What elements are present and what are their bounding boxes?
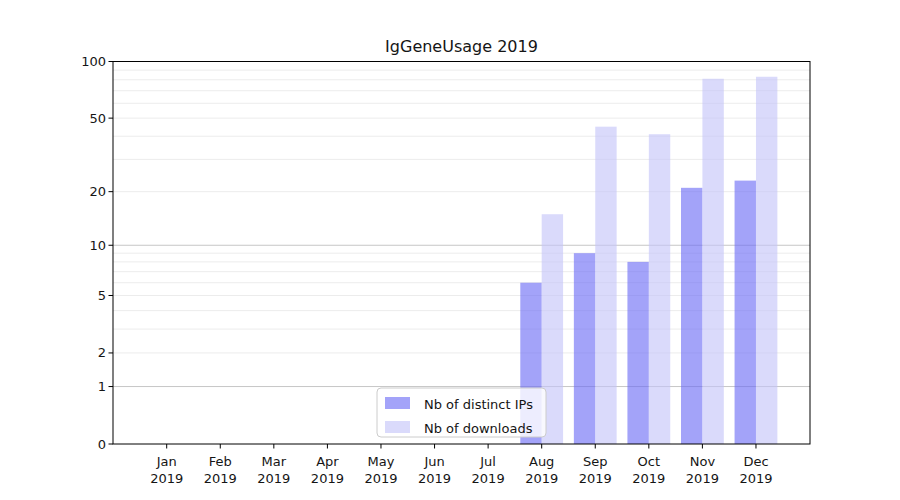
y-tick-label: 2: [98, 345, 106, 360]
legend: Nb of distinct IPsNb of downloads: [377, 388, 546, 437]
chart-svg: 0125102050100Jan2019Feb2019Mar2019Apr201…: [0, 0, 900, 500]
x-tick-label: Apr2019: [311, 454, 344, 486]
x-tick-year: 2019: [739, 471, 772, 486]
x-tick-year: 2019: [311, 471, 344, 486]
x-tick-year: 2019: [632, 471, 665, 486]
y-tick-label: 1: [98, 379, 106, 394]
x-tick-month: Jun: [423, 454, 444, 469]
legend-label-downloads: Nb of downloads: [424, 421, 533, 436]
x-tick-year: 2019: [364, 471, 397, 486]
y-tick-label: 5: [98, 288, 106, 303]
y-axis: 0125102050100: [81, 54, 113, 452]
legend-swatch-downloads: [385, 421, 410, 433]
chart-title: IgGeneUsage 2019: [385, 37, 538, 56]
x-tick-year: 2019: [525, 471, 558, 486]
bar-downloads: [702, 79, 723, 444]
x-tick-year: 2019: [472, 471, 505, 486]
bar-downloads: [756, 77, 777, 444]
x-tick-month: Oct: [638, 454, 660, 469]
bar-distinct-ips: [735, 181, 756, 444]
y-tick-label: 10: [89, 238, 106, 253]
x-tick-month: Feb: [209, 454, 232, 469]
x-tick-month: Apr: [316, 454, 339, 469]
x-tick-month: Sep: [583, 454, 608, 469]
x-tick-year: 2019: [257, 471, 290, 486]
x-tick-label: May2019: [364, 454, 397, 486]
x-tick-label: Jun2019: [418, 454, 451, 486]
x-tick-year: 2019: [686, 471, 719, 486]
x-tick-year: 2019: [418, 471, 451, 486]
x-tick-month: May: [368, 454, 395, 469]
x-tick-label: Feb2019: [204, 454, 237, 486]
legend-label-ips: Nb of distinct IPs: [424, 397, 533, 412]
x-tick-year: 2019: [150, 471, 183, 486]
bar-distinct-ips: [681, 188, 702, 444]
y-tick-label: 50: [89, 111, 106, 126]
y-tick-label: 20: [89, 184, 106, 199]
x-tick-label: Sep2019: [579, 454, 612, 486]
x-axis: Jan2019Feb2019Mar2019Apr2019May2019Jun20…: [150, 444, 772, 486]
figure: 0125102050100Jan2019Feb2019Mar2019Apr201…: [0, 0, 900, 500]
x-tick-label: Jul2019: [472, 454, 505, 486]
bar-downloads: [595, 127, 616, 444]
x-tick-month: Dec: [743, 454, 768, 469]
y-tick-label: 0: [98, 437, 106, 452]
x-tick-label: Mar2019: [257, 454, 290, 486]
x-tick-month: Nov: [690, 454, 716, 469]
x-tick-label: Nov2019: [686, 454, 719, 486]
x-tick-month: Jul: [479, 454, 496, 469]
bar-distinct-ips: [574, 253, 595, 444]
x-tick-month: Jan: [156, 454, 177, 469]
x-tick-label: Oct2019: [632, 454, 665, 486]
x-tick-year: 2019: [204, 471, 237, 486]
x-tick-label: Dec2019: [739, 454, 772, 486]
bar-downloads: [649, 134, 670, 444]
bar-distinct-ips: [627, 262, 648, 444]
x-tick-year: 2019: [579, 471, 612, 486]
y-tick-label: 100: [81, 54, 106, 69]
x-tick-label: Jan2019: [150, 454, 183, 486]
x-tick-month: Aug: [529, 454, 554, 469]
legend-swatch-ips: [385, 397, 410, 409]
x-tick-month: Mar: [262, 454, 287, 469]
x-tick-label: Aug2019: [525, 454, 558, 486]
